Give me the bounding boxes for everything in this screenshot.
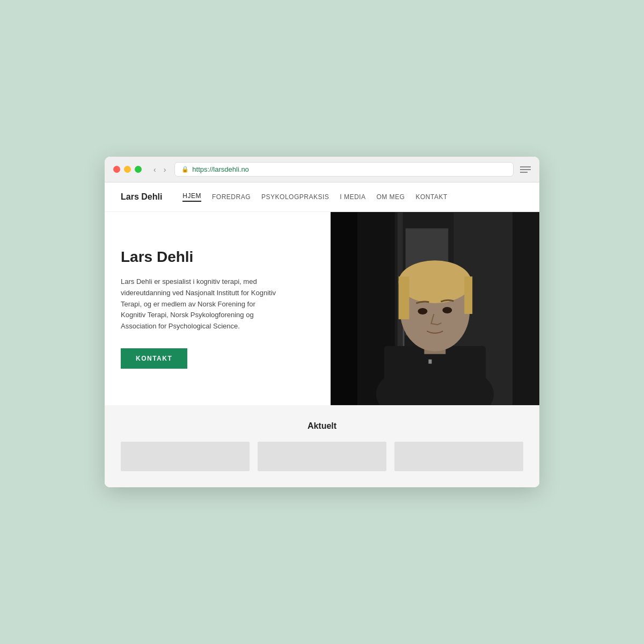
menu-bar-1	[520, 166, 531, 167]
svg-rect-15	[429, 360, 432, 364]
lock-icon: 🔒	[181, 166, 189, 173]
close-button[interactable]	[113, 166, 120, 173]
maximize-button[interactable]	[135, 166, 142, 173]
svg-point-10	[399, 260, 472, 303]
nav-item-om-meg[interactable]: OM MEG	[376, 193, 405, 201]
url-text: https://larsdehli.no	[192, 165, 249, 173]
nav-item-hjem[interactable]: HJEM	[182, 192, 201, 202]
svg-rect-11	[399, 276, 409, 319]
address-bar[interactable]: 🔒 https://larsdehli.no	[174, 162, 514, 177]
minimize-button[interactable]	[124, 166, 131, 173]
svg-rect-7	[384, 346, 486, 405]
aktuelt-card-2[interactable]	[258, 442, 386, 471]
nav-item-psykologpraksis[interactable]: PSYKOLOGPRAKSIS	[261, 193, 329, 201]
svg-rect-17	[513, 213, 539, 405]
kontakt-button[interactable]: KONTAKT	[121, 348, 187, 369]
svg-rect-12	[464, 276, 472, 314]
aktuelt-card-1[interactable]	[121, 442, 250, 471]
browser-window: ‹ › 🔒 https://larsdehli.no Lars Dehli HJ…	[105, 157, 539, 487]
aktuelt-section: Aktuelt	[105, 405, 539, 487]
hero-content: Lars Dehli Lars Dehli er spesialist i ko…	[105, 212, 331, 405]
nav-links: HJEM FOREDRAG PSYKOLOGPRAKSIS I MEDIA OM…	[182, 192, 447, 202]
aktuelt-cards	[121, 442, 523, 471]
browser-nav-arrows: ‹ ›	[151, 164, 168, 175]
hero-title: Lars Dehli	[121, 248, 309, 266]
aktuelt-title: Aktuelt	[121, 421, 523, 431]
hero-person-image	[331, 212, 539, 405]
menu-bar-3	[520, 172, 528, 173]
hero-section: Lars Dehli Lars Dehli er spesialist i ko…	[105, 212, 539, 405]
back-button[interactable]: ‹	[151, 164, 158, 175]
hero-image	[331, 212, 539, 405]
nav-item-kontakt[interactable]: KONTAKT	[415, 193, 447, 201]
nav-item-i-media[interactable]: I MEDIA	[340, 193, 365, 201]
site-navigation: Lars Dehli HJEM FOREDRAG PSYKOLOGPRAKSIS…	[105, 182, 539, 212]
svg-point-14	[443, 307, 452, 313]
svg-rect-16	[331, 213, 357, 405]
nav-item-foredrag[interactable]: FOREDRAG	[212, 193, 251, 201]
menu-bar-2	[520, 169, 531, 170]
browser-chrome: ‹ › 🔒 https://larsdehli.no	[105, 157, 539, 182]
forward-button[interactable]: ›	[162, 164, 169, 175]
hero-description: Lars Dehli er spesialist i kognitiv tera…	[121, 276, 282, 332]
browser-menu-button[interactable]	[520, 166, 531, 173]
aktuelt-card-3[interactable]	[394, 442, 523, 471]
svg-point-13	[418, 308, 428, 314]
site-logo[interactable]: Lars Dehli	[121, 192, 162, 202]
traffic-lights	[113, 166, 142, 173]
website-content: Lars Dehli HJEM FOREDRAG PSYKOLOGPRAKSIS…	[105, 182, 539, 487]
